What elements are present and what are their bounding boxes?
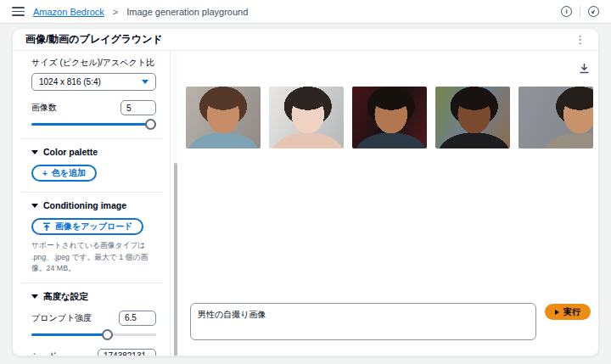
generated-images-row	[186, 87, 593, 148]
size-select[interactable]: 1024 x 816 (5:4)	[31, 73, 156, 91]
prompt-strength-label: プロンプト強度	[31, 312, 92, 324]
add-color-button[interactable]: + 色を追加	[31, 165, 97, 182]
advanced-settings-section-header[interactable]: 高度な設定	[31, 291, 156, 303]
seed-label: シード	[31, 350, 57, 356]
seed-input[interactable]	[98, 349, 156, 356]
section-divider	[21, 138, 163, 139]
play-icon	[555, 310, 559, 315]
slider-fill	[31, 333, 109, 336]
color-palette-title: Color palette	[43, 147, 98, 157]
generated-image-1[interactable]	[186, 87, 261, 148]
plus-icon: +	[42, 169, 48, 178]
image-count-input[interactable]	[121, 100, 156, 115]
slider-handle[interactable]	[102, 329, 113, 340]
color-palette-section-header[interactable]: Color palette	[31, 147, 156, 157]
upload-helper-text: サポートされている画像タイプは .png、.jpeg です。最大で 1 個の画像…	[31, 240, 156, 275]
size-select-value: 1024 x 816 (5:4)	[39, 77, 101, 87]
kebab-menu-icon[interactable]: ⋮	[575, 34, 586, 45]
prompt-row: 男性の自撮り画像 実行	[190, 303, 591, 340]
advanced-settings-title: 高度な設定	[43, 291, 88, 303]
prompt-strength-row: プロンプト強度	[31, 311, 156, 326]
size-label: サイズ (ピクセル)/アスペクト比	[31, 57, 156, 69]
prompt-strength-slider	[31, 328, 156, 341]
breadcrumb-separator: >	[113, 7, 118, 17]
page-title: 画像/動画のプレイグラウンド	[25, 32, 163, 47]
run-button[interactable]: 実行	[545, 304, 591, 320]
seed-row: シード	[31, 349, 156, 356]
slider-fill	[31, 123, 156, 126]
upload-image-button[interactable]: 画像をアップロード	[31, 218, 143, 235]
settings-panel: サイズ (ピクセル)/アスペクト比 1024 x 816 (5:4) 画像数 C…	[13, 51, 171, 356]
topbar-actions: i	[561, 6, 599, 18]
breadcrumb-current: Image generation playground	[126, 7, 248, 17]
slider-handle[interactable]	[145, 119, 156, 130]
assistant-glyph	[590, 8, 597, 15]
image-count-label: 画像数	[31, 102, 57, 114]
run-button-label: 実行	[563, 306, 580, 318]
hamburger-menu-icon[interactable]	[12, 7, 25, 15]
add-color-label: 色を追加	[52, 167, 86, 179]
top-navigation-bar: Amazon Bedrock > Image generation playgr…	[0, 0, 611, 24]
results-area: 男性の自撮り画像 実行	[171, 51, 598, 356]
prompt-input[interactable]: 男性の自撮り画像	[190, 303, 536, 340]
section-divider	[21, 283, 163, 283]
topbar-divider	[580, 6, 580, 18]
upload-icon	[42, 222, 51, 232]
generated-image-2[interactable]	[269, 87, 344, 148]
card-content: サイズ (ピクセル)/アスペクト比 1024 x 816 (5:4) 画像数 C…	[13, 51, 598, 356]
collapse-caret-icon	[31, 294, 38, 299]
download-icon	[579, 63, 590, 74]
info-icon[interactable]: i	[561, 6, 572, 17]
image-count-slider	[31, 118, 156, 131]
conditioning-image-title: Conditioning image	[43, 200, 126, 210]
generated-image-3[interactable]	[352, 87, 427, 148]
assistant-icon[interactable]	[588, 6, 599, 17]
image-count-row: 画像数	[31, 100, 156, 115]
playground-card: 画像/動画のプレイグラウンド ⋮ サイズ (ピクセル)/アスペクト比 1024 …	[12, 28, 599, 356]
card-header: 画像/動画のプレイグラウンド ⋮	[13, 29, 598, 51]
conditioning-image-section-header[interactable]: Conditioning image	[31, 200, 156, 210]
breadcrumb-root-link[interactable]: Amazon Bedrock	[33, 7, 104, 17]
chevron-down-icon	[142, 80, 149, 84]
generated-image-5[interactable]	[519, 87, 593, 148]
collapse-caret-icon	[31, 204, 38, 208]
section-divider	[21, 192, 163, 193]
generated-image-4[interactable]	[435, 87, 510, 148]
download-button[interactable]	[577, 61, 591, 75]
prompt-strength-input[interactable]	[119, 311, 156, 326]
upload-image-label: 画像をアップロード	[55, 221, 132, 232]
collapse-caret-icon	[31, 150, 38, 154]
